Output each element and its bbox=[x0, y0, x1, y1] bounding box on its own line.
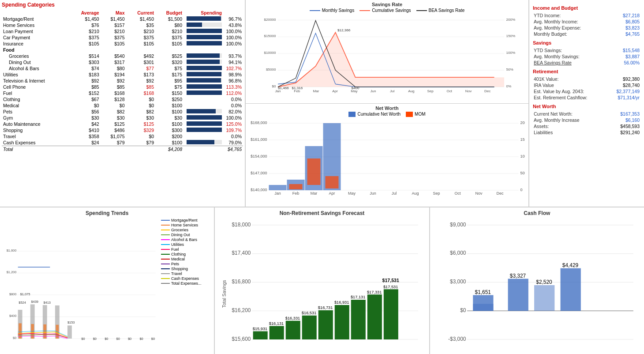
svg-rect-52 bbox=[307, 158, 321, 185]
legend-mortgage-label: Mortgage/Rent bbox=[171, 218, 198, 222]
row-pct: 113.3% bbox=[223, 84, 243, 90]
row-budget: $100 bbox=[155, 121, 183, 127]
spending-title: Spending Categories bbox=[2, 2, 243, 8]
svg-text:$5000: $5000 bbox=[266, 68, 276, 72]
row-budget: $100 bbox=[155, 109, 183, 115]
row-name: Cell Phone bbox=[2, 84, 69, 90]
legend-cumulative-savings-line bbox=[359, 10, 370, 11]
legend-cum-nw-label: Cumulative Net Worth bbox=[357, 112, 401, 117]
row-average: $92 bbox=[69, 78, 100, 84]
svg-text:$16,200: $16,200 bbox=[232, 307, 251, 313]
row-pct: 96.8% bbox=[223, 78, 243, 84]
row-name: Pets bbox=[2, 109, 69, 115]
info-row: Avg. Monthly Increase $6,160 bbox=[534, 117, 640, 123]
table-row: Loan Payment$210$210$210$210100.0% bbox=[2, 28, 243, 34]
row-name: Medical bbox=[2, 102, 69, 109]
main-container: Spending Categories Average Max Current … bbox=[0, 0, 644, 354]
row-average: $67 bbox=[69, 96, 100, 102]
total-row: Total $4,208 $4,765 bbox=[2, 146, 243, 153]
info-row: Avg. Monthly Savings: $3,887 bbox=[534, 54, 640, 59]
svg-rect-53 bbox=[326, 176, 339, 188]
row-budget: $300 bbox=[155, 127, 183, 133]
row-bar bbox=[183, 90, 223, 96]
svg-text:$20000: $20000 bbox=[264, 18, 276, 22]
info-value: $71,314/yr bbox=[608, 95, 640, 100]
row-bar bbox=[183, 22, 223, 28]
legend-pets-line bbox=[161, 264, 170, 264]
legend-monthly-savings: Monthly Savings bbox=[310, 8, 354, 13]
info-row: Avg. Monthly Income: $6,805 bbox=[534, 19, 640, 24]
legend-total-expenses: Total Expenses... bbox=[161, 281, 211, 286]
legend-mortgage-line bbox=[161, 220, 170, 221]
svg-text:$1,200: $1,200 bbox=[7, 270, 17, 274]
charts-panel: Savings Rate Monthly Savings Cumulative … bbox=[246, 0, 528, 207]
row-name: Utilities bbox=[2, 72, 69, 78]
legend-bea-savings-line bbox=[416, 10, 427, 11]
svg-rect-51 bbox=[289, 184, 303, 189]
row-current: $168 bbox=[126, 90, 156, 96]
legend-monthly-savings-line bbox=[310, 10, 320, 11]
legend-alcohol-line bbox=[161, 239, 170, 240]
row-name: Shopping bbox=[2, 127, 69, 133]
row-name: Travel bbox=[2, 133, 69, 139]
row-pct: 102.7% bbox=[223, 65, 243, 72]
row-name: Fuel bbox=[2, 90, 69, 96]
svg-text:$2,520: $2,520 bbox=[536, 279, 552, 285]
svg-text:$6,000: $6,000 bbox=[450, 250, 466, 256]
row-budget: $100 bbox=[155, 139, 183, 146]
row-pct: 100.0% bbox=[223, 115, 243, 121]
svg-text:$400: $400 bbox=[9, 314, 16, 318]
svg-text:May: May bbox=[351, 89, 358, 93]
savings-chart-svg: $20000 $15000 $10000 $5000 $0 200% 150% … bbox=[249, 15, 525, 94]
svg-text:0: 0 bbox=[520, 188, 523, 192]
svg-rect-47 bbox=[269, 185, 287, 190]
row-average: $42 bbox=[69, 121, 100, 127]
savings-rate-legend: Monthly Savings Cumulative Savings BEA S… bbox=[249, 8, 525, 13]
svg-text:$0: $0 bbox=[105, 337, 108, 341]
row-average: $85 bbox=[69, 84, 100, 90]
row-bar bbox=[183, 65, 223, 72]
legend-bea-savings-label: BEA Savings Rate bbox=[429, 8, 465, 13]
table-row: Medical$0$0$0$1000.0% bbox=[2, 102, 243, 109]
legend-cumulative-savings-label: Cumulative Savings bbox=[372, 8, 411, 13]
cashflow-title: Cash Flow bbox=[433, 210, 641, 216]
row-bar bbox=[183, 127, 223, 133]
info-row: Current Net Worth: $167,353 bbox=[534, 111, 640, 117]
row-bar bbox=[183, 53, 223, 59]
row-budget: $75 bbox=[155, 65, 183, 72]
info-value: $2,377,149 bbox=[608, 89, 640, 94]
info-retirement-table: 401K Value: $92,380 IRA Value $28,740 Es… bbox=[533, 75, 640, 101]
row-max: $157 bbox=[101, 22, 126, 28]
row-bar bbox=[183, 102, 223, 109]
info-value: $458,593 bbox=[608, 124, 640, 129]
row-current: $173 bbox=[126, 72, 156, 78]
row-bar bbox=[183, 72, 223, 78]
row-bar bbox=[183, 109, 223, 115]
info-value: $291,240 bbox=[608, 130, 640, 135]
row-average: $0 bbox=[69, 102, 100, 109]
row-name: Clothing bbox=[2, 96, 69, 102]
row-bar bbox=[183, 115, 223, 121]
savings-rate-title: Savings Rate bbox=[249, 2, 525, 7]
row-current: $0 bbox=[126, 96, 156, 102]
svg-rect-111 bbox=[286, 321, 300, 339]
row-bar bbox=[183, 78, 223, 84]
row-current: $79 bbox=[126, 139, 156, 146]
legend-dining-label: Dining Out bbox=[171, 233, 190, 237]
legend-mom-label: MOM bbox=[415, 112, 425, 117]
svg-rect-82 bbox=[67, 325, 72, 339]
row-current: $125 bbox=[126, 121, 156, 127]
svg-text:$17,331: $17,331 bbox=[367, 290, 382, 294]
svg-rect-142 bbox=[508, 279, 528, 311]
total-current bbox=[126, 146, 156, 153]
svg-text:$0: $0 bbox=[128, 337, 131, 341]
legend-fuel-label: Fuel bbox=[171, 247, 179, 252]
table-row: Auto Maintenance$42$125$125$100125.0% bbox=[2, 121, 243, 127]
bea-savings-link[interactable]: BEA Savings Rate bbox=[534, 60, 572, 65]
info-label: Monthly Budget: bbox=[534, 31, 611, 37]
row-average: $183 bbox=[69, 72, 100, 78]
row-average: $303 bbox=[69, 59, 100, 65]
row-max: $194 bbox=[101, 72, 126, 78]
svg-text:$9,000: $9,000 bbox=[450, 222, 466, 228]
svg-text:$10000: $10000 bbox=[264, 51, 276, 55]
